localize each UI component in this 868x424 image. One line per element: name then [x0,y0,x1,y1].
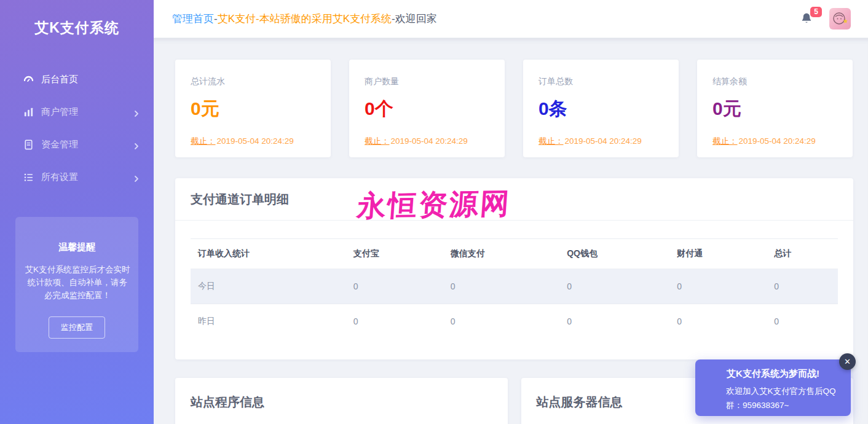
sidebar-item-settings[interactable]: 所有设置 [0,161,154,194]
toast-body: 欢迎加入艾K支付官方售后QQ群：959638367~ [726,384,843,412]
chevron-right-icon [133,174,140,181]
cell: 0 [443,269,560,304]
deadline-value: 2019-05-04 20:24:29 [739,136,816,146]
stat-card-merchant-count: 商户数量 0个 截止：2019-05-04 20:24:29 [349,60,505,157]
stat-label: 商户数量 [365,76,489,87]
dashboard-icon [23,74,34,85]
notifications-button[interactable]: 5 [800,11,813,27]
topbar: 管理首页-艾K支付-本站骄傲的采用艾K支付系统-欢迎回家 5 [154,0,868,38]
sidebar-item-dashboard[interactable]: 后台首页 [0,63,154,96]
deadline-value: 2019-05-04 20:24:29 [391,136,468,146]
cell: 0 [669,269,767,304]
sidebar-item-label: 资金管理 [41,139,133,151]
deadline-label: 截止： [191,136,216,146]
promo-toast: ✕ 艾K支付系统为梦而战! 欢迎加入艾K支付官方售后QQ群：959638367~ [695,359,851,416]
stat-deadline: 截止：2019-05-04 20:24:29 [712,136,837,147]
reminder-body: 艾K支付系统监控后才会实时统计款项、自动补单，请务必完成监控配置！ [25,263,130,302]
payments-table: 订单收入统计 支付宝 微信支付 QQ钱包 财付通 总计 今日 0 0 0 0 [191,238,838,339]
reminder-box: 温馨提醒 艾K支付系统监控后才会实时统计款项、自动补单，请务必完成监控配置！ 监… [15,217,138,352]
payments-panel: 永恒资源网 支付通道订单明细 订单收入统计 支付宝 微信支付 QQ钱包 财付通 … [175,178,853,359]
cell: 0 [559,304,669,339]
notification-badge: 5 [810,7,822,17]
site-program-header: 站点程序信息 [175,378,508,424]
sidebar-item-label: 所有设置 [41,171,133,183]
col-header: 支付宝 [346,239,443,269]
stat-label: 订单总数 [539,76,663,87]
stat-deadline: 截止：2019-05-04 20:24:29 [539,136,663,147]
row-label: 今日 [191,269,346,304]
bar-chart-icon [23,106,34,118]
table-row-yesterday: 昨日 0 0 0 0 0 [191,304,838,339]
stat-card-settle-balance: 结算余额 0元 截止：2019-05-04 20:24:29 [697,60,853,157]
cell: 0 [346,304,443,339]
deadline-label: 截止： [539,136,564,146]
stat-value: 0个 [365,96,489,122]
stat-deadline: 截止：2019-05-04 20:24:29 [191,136,315,147]
sidebar-item-label: 商户管理 [41,106,133,118]
app-title: 艾K支付系统 [0,0,154,37]
cell: 0 [346,269,443,304]
payments-panel-header: 支付通道订单明细 [175,178,853,221]
deadline-label: 截止： [712,136,738,146]
sidebar-menu: 后台首页 商户管理 资金管理 所有设置 [0,63,154,194]
row-label: 昨日 [191,304,346,339]
reminder-title: 温馨提醒 [25,241,129,253]
col-header: 订单收入统计 [191,239,346,269]
stat-card-order-total: 订单总数 0条 截止：2019-05-04 20:24:29 [523,60,679,157]
deadline-label: 截止： [365,136,390,146]
deadline-value: 2019-05-04 20:24:29 [217,136,294,146]
stat-deadline: 截止：2019-05-04 20:24:29 [365,136,489,147]
stat-value: 0元 [191,96,315,122]
site-server-title: 站点服务器信息 [537,395,623,409]
cell: 0 [669,304,767,339]
stat-value: 0条 [539,96,663,122]
cell: 0 [767,304,838,339]
deadline-value: 2019-05-04 20:24:29 [565,136,642,146]
stat-label: 总计流水 [191,76,315,87]
topbar-right: 5 [800,8,851,29]
breadcrumb: 管理首页-艾K支付-本站骄傲的采用艾K支付系统-欢迎回家 [172,12,800,26]
stat-label: 结算余额 [712,76,837,87]
user-avatar[interactable] [829,8,851,29]
close-icon[interactable]: ✕ [839,353,856,370]
col-header: 总计 [767,239,838,269]
cell: 0 [559,269,669,304]
col-header: 财付通 [669,239,767,269]
breadcrumb-welcome: -欢迎回家 [392,13,437,25]
payments-panel-title: 支付通道订单明细 [191,192,289,206]
stat-cards: 总计流水 0元 截止：2019-05-04 20:24:29 商户数量 0个 截… [175,60,853,157]
sidebar: 艾K支付系统 后台首页 商户管理 资金管理 [0,0,154,424]
site-program-title: 站点程序信息 [191,395,264,409]
cell: 0 [443,304,560,339]
breadcrumb-home-link[interactable]: 管理首页 [172,13,214,25]
monitor-config-button[interactable]: 监控配置 [49,316,105,339]
col-header: 微信支付 [443,239,560,269]
table-row-today: 今日 0 0 0 0 0 [191,269,838,304]
sidebar-item-funds[interactable]: 资金管理 [0,128,154,161]
chevron-right-icon [133,109,140,116]
breadcrumb-site-slogan: 艾K支付-本站骄傲的采用艾K支付系统 [218,13,392,25]
document-icon [23,139,34,151]
stat-value: 0元 [712,96,837,122]
table-header-row: 订单收入统计 支付宝 微信支付 QQ钱包 财付通 总计 [191,239,838,269]
stat-card-total-flow: 总计流水 0元 截止：2019-05-04 20:24:29 [175,60,331,157]
list-icon [23,171,34,183]
cell: 0 [767,269,838,304]
col-header: QQ钱包 [559,239,669,269]
chevron-right-icon [133,141,140,149]
sidebar-item-label: 后台首页 [41,74,140,85]
site-program-panel: 站点程序信息 [175,378,508,424]
toast-title: 艾K支付系统为梦而战! [695,359,851,380]
sidebar-item-merchants[interactable]: 商户管理 [0,96,154,128]
